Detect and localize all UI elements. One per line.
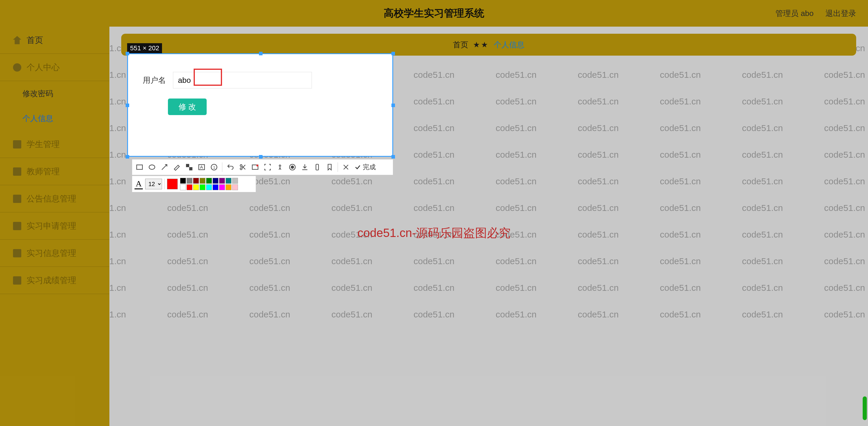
- color-swatch[interactable]: [193, 178, 199, 184]
- username-input[interactable]: [173, 72, 312, 88]
- admin-label[interactable]: 管理员 abo: [775, 8, 814, 19]
- form-row-username: 用户名: [143, 72, 312, 88]
- sidebar: 首页 个人中心 修改密码 个人信息 学生管理 教师管理 公告信息管理 实习申请管…: [0, 27, 110, 426]
- resize-handle-tr[interactable]: [392, 52, 395, 55]
- svg-rect-14: [316, 164, 319, 170]
- list-icon: [13, 276, 21, 285]
- sidebar-label: 实习申请管理: [27, 220, 76, 232]
- sidebar-item-home[interactable]: 首页: [0, 27, 110, 54]
- tool-ocr-icon[interactable]: [262, 162, 273, 173]
- app-title: 高校学生实习管理系统: [0, 6, 868, 20]
- tool-rectangle-icon[interactable]: [134, 162, 145, 173]
- sidebar-item-notices[interactable]: 公告信息管理: [0, 185, 110, 212]
- color-swatch[interactable]: [213, 184, 218, 190]
- watermark-center: code51.cn-源码乐园盗图必究: [358, 225, 510, 241]
- breadcrumb-current: 个人信息: [494, 40, 524, 50]
- sidebar-label: 实习信息管理: [27, 248, 76, 259]
- tool-close-icon[interactable]: [340, 162, 351, 173]
- color-swatch[interactable]: [199, 178, 206, 184]
- sidebar-item-grades[interactable]: 实习成绩管理: [0, 267, 110, 294]
- tool-phone-icon[interactable]: [312, 162, 323, 173]
- color-swatch[interactable]: [219, 184, 225, 190]
- color-swatch[interactable]: [193, 184, 199, 190]
- tool-text-icon[interactable]: A: [196, 162, 207, 173]
- sidebar-label: 个人中心: [27, 62, 60, 73]
- toolbar-separator: [222, 163, 222, 172]
- tool-scissors-icon[interactable]: [237, 162, 248, 173]
- svg-rect-3: [189, 167, 192, 170]
- screenshot-toolbar: A 1 完成: [132, 159, 393, 175]
- tool-arrow-icon[interactable]: [159, 162, 170, 173]
- resize-handle-tm[interactable]: [259, 52, 262, 55]
- svg-text:1: 1: [213, 165, 215, 170]
- sidebar-item-personal[interactable]: 个人中心: [0, 54, 110, 81]
- sidebar-item-info[interactable]: 实习信息管理: [0, 239, 110, 267]
- breadcrumb-home[interactable]: 首页: [453, 40, 468, 50]
- screenshot-selection[interactable]: 用户名 修 改: [127, 53, 393, 157]
- sidebar-label: 学生管理: [27, 139, 60, 150]
- color-palette: [180, 178, 238, 190]
- sidebar-label: 实习成绩管理: [27, 275, 76, 286]
- app-header: 高校学生实习管理系统 管理员 abo 退出登录: [0, 0, 868, 27]
- user-icon: [13, 63, 21, 72]
- svg-point-11: [256, 165, 258, 167]
- color-swatch[interactable]: [180, 178, 186, 184]
- tool-done-button[interactable]: 完成: [353, 163, 377, 172]
- breadcrumb: 首页 ★★ 个人信息: [121, 34, 856, 56]
- tool-ellipse-icon[interactable]: [146, 162, 158, 173]
- current-color-swatch[interactable]: [167, 179, 178, 189]
- tool-undo-icon[interactable]: [225, 162, 236, 173]
- tool-pencil-icon[interactable]: [171, 162, 182, 173]
- logout-link[interactable]: 退出登录: [826, 8, 856, 19]
- text-style-bar: A 12: [132, 176, 256, 192]
- resize-handle-ml[interactable]: [126, 104, 129, 107]
- sidebar-label: 教师管理: [27, 166, 60, 177]
- sidebar-label: 首页: [27, 35, 43, 46]
- color-swatch[interactable]: [187, 178, 192, 184]
- tool-bookmark-icon[interactable]: [324, 162, 335, 173]
- color-swatch[interactable]: [225, 184, 231, 190]
- svg-point-1: [149, 165, 155, 169]
- tool-counter-icon[interactable]: 1: [209, 162, 220, 173]
- color-swatch[interactable]: [180, 184, 186, 190]
- tool-record-icon[interactable]: [287, 162, 298, 173]
- tool-pin-icon[interactable]: [274, 162, 286, 173]
- font-size-select[interactable]: 12: [145, 179, 162, 189]
- color-swatch[interactable]: [225, 178, 231, 184]
- sidebar-label: 公告信息管理: [27, 193, 76, 204]
- header-actions: 管理员 abo 退出登录: [775, 0, 856, 27]
- toolbar-separator: [338, 163, 338, 172]
- sidebar-item-students[interactable]: 学生管理: [0, 131, 110, 158]
- color-swatch[interactable]: [199, 184, 206, 190]
- color-swatch[interactable]: [219, 178, 225, 184]
- resize-handle-tl[interactable]: [126, 52, 129, 55]
- tool-mosaic-icon[interactable]: [184, 162, 195, 173]
- color-swatch[interactable]: [232, 178, 238, 184]
- form-actions: 修 改: [168, 98, 207, 115]
- scrollbar-thumb[interactable]: [863, 396, 867, 420]
- username-label: 用户名: [143, 75, 166, 85]
- resize-handle-bl[interactable]: [126, 155, 129, 159]
- sidebar-item-apply[interactable]: 实习申请管理: [0, 212, 110, 239]
- color-swatch[interactable]: [232, 184, 238, 190]
- toolbar-separator: [164, 179, 165, 189]
- resize-handle-mr[interactable]: [392, 104, 395, 107]
- font-indicator-icon: A: [134, 179, 143, 189]
- svg-rect-2: [186, 164, 189, 167]
- resize-handle-bm[interactable]: [259, 155, 262, 159]
- breadcrumb-sep: ★★: [473, 40, 489, 49]
- sidebar-item-teachers[interactable]: 教师管理: [0, 158, 110, 185]
- resize-handle-br[interactable]: [392, 155, 395, 159]
- svg-text:A: A: [200, 165, 204, 170]
- svg-point-9: [240, 165, 242, 167]
- tool-download-icon[interactable]: [299, 162, 310, 173]
- modify-button[interactable]: 修 改: [168, 98, 207, 115]
- sidebar-sub-profile[interactable]: 个人信息: [0, 106, 110, 131]
- color-swatch[interactable]: [187, 184, 192, 190]
- list-icon: [13, 249, 21, 257]
- color-swatch[interactable]: [206, 178, 212, 184]
- tool-screenrec-icon[interactable]: [250, 162, 261, 173]
- color-swatch[interactable]: [206, 184, 212, 190]
- color-swatch[interactable]: [213, 178, 218, 184]
- sidebar-sub-changepwd[interactable]: 修改密码: [0, 81, 110, 106]
